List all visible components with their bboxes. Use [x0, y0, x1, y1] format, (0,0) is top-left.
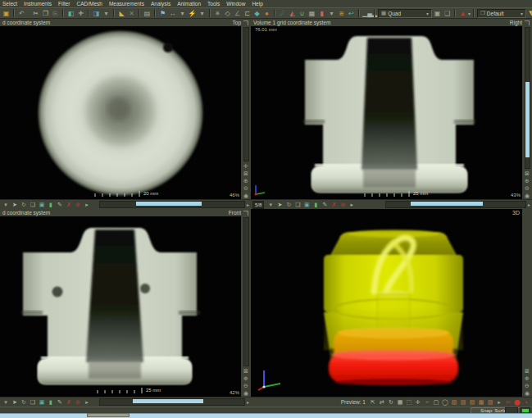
h-scrollbar-track[interactable]: [385, 201, 526, 208]
sphere-icon[interactable]: ●: [262, 9, 271, 18]
cursor-icon[interactable]: ➤: [11, 201, 19, 209]
pin-icon[interactable]: ▾: [2, 398, 10, 407]
cursor-icon[interactable]: ➤: [275, 201, 284, 209]
snap-tool-icon[interactable]: ☄: [278, 9, 287, 18]
app-icon[interactable]: ▣: [2, 9, 11, 18]
fit-view-icon[interactable]: ⊠: [241, 367, 251, 375]
zoom-100-icon[interactable]: ◉: [522, 192, 532, 199]
view-menu-icon[interactable]: [525, 20, 530, 25]
view-menu-icon[interactable]: [243, 211, 248, 216]
scroll-right-icon[interactable]: ▸: [247, 202, 249, 207]
menu-instruments[interactable]: Instruments: [24, 1, 52, 7]
v-scrollbar-thumb[interactable]: [525, 82, 530, 157]
new-layout-icon[interactable]: ❏: [443, 9, 452, 18]
zoom-in-icon[interactable]: ⊕: [241, 375, 251, 382]
more-icon[interactable]: ▸: [83, 398, 91, 407]
wand-icon[interactable]: ⚡: [188, 9, 197, 18]
h-scrollbar-track[interactable]: [99, 398, 245, 406]
cursor-icon[interactable]: ➤: [11, 398, 19, 407]
probe-icon[interactable]: ▮: [317, 9, 326, 18]
clip-off-icon[interactable]: ⊘: [74, 201, 82, 209]
distance-dropdown-icon[interactable]: ▾: [178, 9, 187, 18]
v-scrollbar-track[interactable]: [243, 217, 249, 366]
cut-icon[interactable]: ✂: [31, 9, 40, 18]
wand-dropdown-icon[interactable]: ▾: [198, 9, 207, 18]
measure-off-icon[interactable]: ✗: [65, 398, 73, 407]
material-cube-icon[interactable]: ◨: [92, 9, 101, 18]
v-scrollbar-track[interactable]: [525, 27, 530, 169]
annotate-icon[interactable]: ✎: [56, 398, 64, 407]
overlay-icon[interactable]: ▣: [302, 201, 311, 209]
clamp-icon[interactable]: ∪: [298, 9, 307, 18]
preset-combo[interactable]: ❒ Default ▾: [477, 9, 526, 18]
annotate-icon[interactable]: ✎: [321, 201, 329, 209]
menu-measurements[interactable]: Measurements: [109, 1, 144, 7]
rotate-icon[interactable]: ↻: [20, 398, 28, 407]
back-icon[interactable]: ↩: [347, 9, 356, 18]
bottom-strip-tab[interactable]: [87, 413, 130, 417]
scroll-right-icon[interactable]: ▸: [528, 202, 530, 207]
clip-off-icon[interactable]: ⊘: [339, 201, 347, 209]
cube-icon[interactable]: ▢: [432, 398, 440, 407]
histogram-icon[interactable]: ▁▄▂: [362, 9, 371, 18]
orbit-icon[interactable]: ↻: [387, 398, 395, 407]
play-icon[interactable]: ▸: [495, 398, 503, 407]
green-bar-icon[interactable]: ▮: [47, 201, 55, 209]
pin-icon[interactable]: ▾: [2, 201, 10, 209]
erase-icon[interactable]: ✕: [127, 9, 136, 18]
viewport-right-slice[interactable]: 76.01 mm 25 mm 43%: [251, 26, 522, 199]
caliper-icon[interactable]: ⊏: [243, 9, 252, 18]
overlay-icon[interactable]: ▣: [38, 398, 46, 407]
rotate-icon[interactable]: ↻: [20, 201, 28, 209]
zoom-out-icon[interactable]: ⊖: [241, 184, 251, 192]
report-icon[interactable]: ▤: [143, 9, 152, 18]
fit-icon[interactable]: ⇱: [369, 398, 377, 407]
overlay-icon[interactable]: ▣: [38, 201, 46, 209]
record-icon[interactable]: ⬤: [513, 398, 521, 407]
clip-off-icon[interactable]: ⊘: [74, 398, 82, 407]
cage-icon[interactable]: ▦: [307, 9, 316, 18]
viewport-3d[interactable]: 3D: [251, 209, 522, 397]
zoom-100-icon[interactable]: ◉: [241, 389, 251, 397]
pan-icon[interactable]: ⇄: [378, 398, 386, 407]
zoom-in-icon[interactable]: ⊕: [522, 177, 532, 184]
h-scrollbar-thumb[interactable]: [411, 202, 483, 206]
move-icon[interactable]: ✛: [76, 9, 85, 18]
menu-analysis[interactable]: Analysis: [151, 1, 171, 7]
green-bar-icon[interactable]: ▮: [311, 201, 320, 209]
menu-tools[interactable]: Tools: [207, 1, 220, 7]
clip-z-icon[interactable]: ▧: [468, 398, 476, 407]
copy-icon[interactable]: ❐: [41, 9, 50, 18]
draw-icon[interactable]: ◣: [117, 9, 126, 18]
zoom-in-icon[interactable]: ✛: [414, 398, 422, 407]
measure-off-icon[interactable]: ✗: [65, 201, 73, 209]
funnel-icon[interactable]: ⧨: [527, 9, 532, 18]
v-scrollbar-track[interactable]: [243, 27, 249, 161]
zoom-out-icon[interactable]: ⊖: [522, 184, 532, 192]
save-layout-icon[interactable]: ▣: [433, 9, 442, 18]
menu-filter[interactable]: Filter: [58, 1, 70, 7]
view-layout-combo[interactable]: ▦ Quad ▾: [378, 9, 432, 18]
zoom-out-icon[interactable]: ⊖: [241, 382, 251, 389]
stack-icon[interactable]: ≋: [337, 9, 346, 18]
undo-icon[interactable]: ↶: [17, 9, 26, 18]
green-bar-icon[interactable]: ▮: [47, 398, 55, 407]
distance-icon[interactable]: ↔: [168, 9, 177, 18]
h-scrollbar-thumb[interactable]: [136, 202, 202, 206]
zoom-100-icon[interactable]: ◉: [241, 192, 251, 199]
angle-icon[interactable]: ∠: [233, 9, 242, 18]
probe-dropdown-icon[interactable]: ▾: [327, 9, 336, 18]
zoom-in-icon[interactable]: ⊕: [522, 375, 532, 382]
diamond-icon[interactable]: ◆: [252, 9, 261, 18]
chevron-down-icon[interactable]: ▾: [468, 11, 471, 16]
view-orientation-label[interactable]: Front: [229, 209, 241, 216]
slice-tool-icon[interactable]: ❏: [29, 201, 37, 209]
fit-view-icon[interactable]: ⊠: [522, 367, 532, 375]
viewport-top-slice[interactable]: 20 mm 46%: [0, 26, 241, 199]
scroll-right-icon[interactable]: ▸: [247, 399, 249, 405]
zoom-in-icon[interactable]: ⊕: [241, 177, 251, 184]
fit-view-icon[interactable]: ⊠: [522, 170, 532, 177]
flag-icon[interactable]: ⚑: [158, 9, 167, 18]
viewport-front-slice[interactable]: 25 mm 42%: [0, 216, 241, 397]
select-icon[interactable]: ⬚: [405, 398, 413, 407]
